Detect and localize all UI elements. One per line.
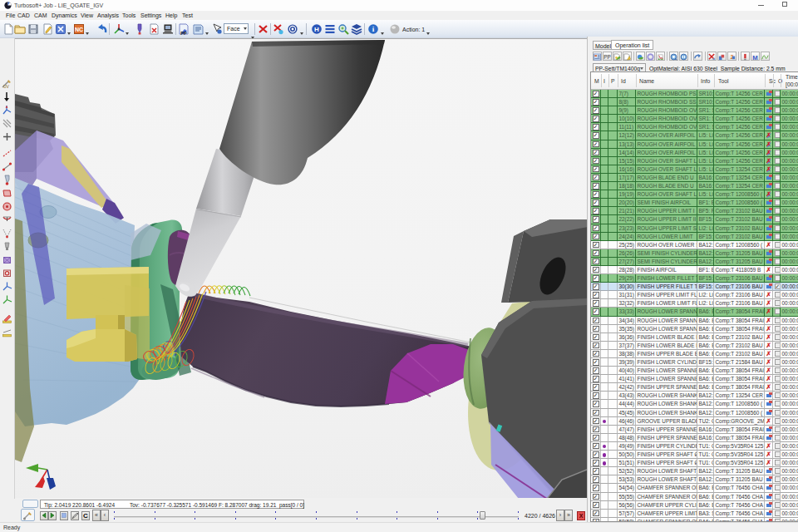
svg-text:M: M xyxy=(752,53,757,60)
svg-text:UV: UV xyxy=(3,84,10,89)
svg-text:NC: NC xyxy=(75,27,83,32)
svg-text:PP: PP xyxy=(180,31,187,36)
svg-text:H: H xyxy=(314,26,319,33)
svg-text:PP: PP xyxy=(603,54,610,60)
